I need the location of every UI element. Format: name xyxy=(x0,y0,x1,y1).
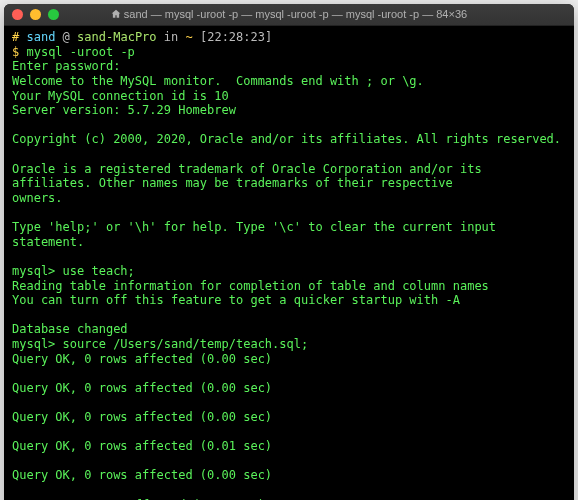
output-line xyxy=(12,395,566,410)
output-line: Database changed xyxy=(12,322,566,337)
terminal-window: sand — mysql -uroot -p — mysql -uroot -p… xyxy=(4,4,574,500)
prompt-host: sand-MacPro xyxy=(77,30,156,44)
output-line xyxy=(12,118,566,133)
output-line xyxy=(12,425,566,440)
output-line: Query OK, 0 rows affected (0.00 sec) xyxy=(12,381,566,396)
output-line: Welcome to the MySQL monitor. Commands e… xyxy=(12,74,566,89)
command-text: mysql -uroot -p xyxy=(26,45,134,59)
output-line: Reading table information for completion… xyxy=(12,279,566,294)
prompt-user: sand xyxy=(26,30,55,44)
output-line: You can turn off this feature to get a q… xyxy=(12,293,566,308)
output-line: mysql> source /Users/sand/temp/teach.sql… xyxy=(12,337,566,352)
titlebar[interactable]: sand — mysql -uroot -p — mysql -uroot -p… xyxy=(4,4,574,26)
output-line: owners. xyxy=(12,191,566,206)
output-line: Enter password: xyxy=(12,59,566,74)
output-line: Oracle is a registered trademark of Orac… xyxy=(12,162,566,177)
output-line xyxy=(12,454,566,469)
output-line: Type 'help;' or '\h' for help. Type '\c'… xyxy=(12,220,566,249)
window-title: sand — mysql -uroot -p — mysql -uroot -p… xyxy=(12,8,566,21)
traffic-lights xyxy=(12,9,59,20)
output-line: Server version: 5.7.29 Homebrew xyxy=(12,103,566,118)
prompt-time: [22:28:23] xyxy=(200,30,272,44)
prompt-hash: # xyxy=(12,30,19,44)
prompt-at: @ xyxy=(63,30,70,44)
prompt-in: in xyxy=(164,30,178,44)
output-line xyxy=(12,205,566,220)
output-line xyxy=(12,483,566,498)
output-line: Your MySQL connection id is 10 xyxy=(12,89,566,104)
output-line xyxy=(12,249,566,264)
output-line: Query OK, 0 rows affected (0.00 sec) xyxy=(12,410,566,425)
output-line: Query OK, 0 rows affected (0.00 sec) xyxy=(12,468,566,483)
output-line xyxy=(12,308,566,323)
output-line: Copyright (c) 2000, 2020, Oracle and/or … xyxy=(12,132,566,147)
window-title-text: sand — mysql -uroot -p — mysql -uroot -p… xyxy=(124,8,467,20)
prompt-path: ~ xyxy=(185,30,192,44)
prompt-line: # sand @ sand-MacPro in ~ [22:28:23] xyxy=(12,30,566,45)
output-line xyxy=(12,147,566,162)
output-line: affiliates. Other names may be trademark… xyxy=(12,176,566,191)
zoom-icon[interactable] xyxy=(48,9,59,20)
terminal-body[interactable]: # sand @ sand-MacPro in ~ [22:28:23] $ m… xyxy=(4,26,574,500)
output-line: mysql> use teach; xyxy=(12,264,566,279)
output-line xyxy=(12,366,566,381)
close-icon[interactable] xyxy=(12,9,23,20)
output-line: Query OK, 0 rows affected (0.00 sec) xyxy=(12,352,566,367)
command-line: $ mysql -uroot -p xyxy=(12,45,566,60)
prompt-dollar: $ xyxy=(12,45,19,59)
minimize-icon[interactable] xyxy=(30,9,41,20)
output-line: Query OK, 0 rows affected (0.01 sec) xyxy=(12,439,566,454)
home-icon xyxy=(111,9,121,21)
output-container: Enter password:Welcome to the MySQL moni… xyxy=(12,59,566,500)
